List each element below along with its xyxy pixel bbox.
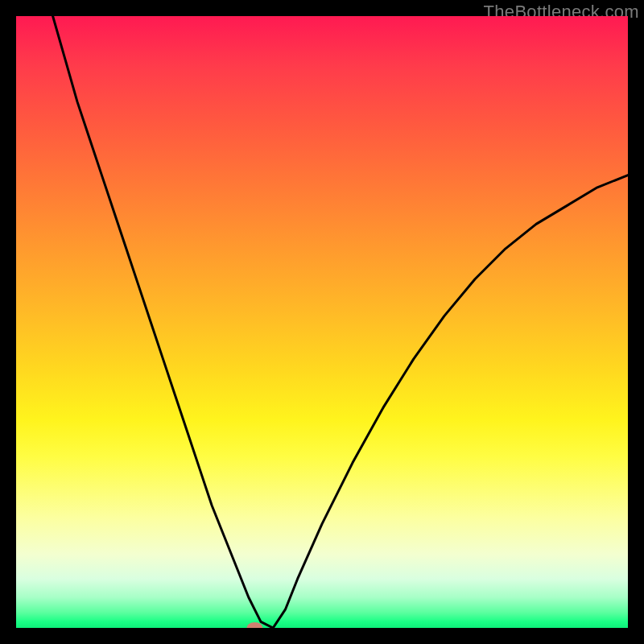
chart-container: TheBottleneck.com — [0, 0, 644, 644]
curve-svg — [16, 16, 628, 628]
minimum-marker — [246, 622, 262, 628]
bottleneck-curve — [53, 16, 628, 628]
plot-area — [16, 16, 628, 628]
